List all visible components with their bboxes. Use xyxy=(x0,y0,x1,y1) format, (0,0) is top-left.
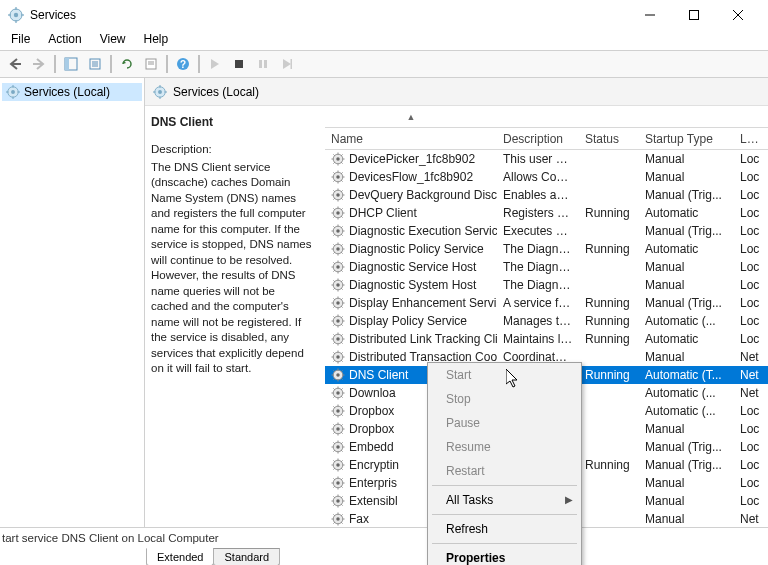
separator xyxy=(432,543,577,544)
toolbar: ? xyxy=(0,50,768,78)
service-logon: Loc xyxy=(734,296,766,310)
service-logon: Net xyxy=(734,350,766,364)
service-startup-type: Manual (Trig... xyxy=(639,296,734,310)
gear-icon xyxy=(331,422,345,436)
properties-button[interactable] xyxy=(140,53,162,75)
col-status[interactable]: Status xyxy=(579,132,639,146)
pause-service-button[interactable] xyxy=(252,53,274,75)
table-row[interactable]: DevicesFlow_1fc8b902Allows Con...ManualL… xyxy=(325,168,768,186)
service-name: Embedd xyxy=(349,440,394,454)
table-row[interactable]: Diagnostic Service HostThe Diagno...Manu… xyxy=(325,258,768,276)
show-hide-tree-button[interactable] xyxy=(60,53,82,75)
table-row[interactable]: Display Enhancement ServiceA service fo.… xyxy=(325,294,768,312)
tree-root-item[interactable]: Services (Local) xyxy=(2,83,142,101)
gear-icon xyxy=(331,224,345,238)
gear-icon xyxy=(331,296,345,310)
gear-icon xyxy=(331,188,345,202)
context-all-tasks[interactable]: All Tasks▶ xyxy=(428,488,581,512)
view-tabs: Extended Standard xyxy=(146,548,279,565)
service-logon: Loc xyxy=(734,440,766,454)
table-row[interactable]: Distributed Link Tracking Cli...Maintain… xyxy=(325,330,768,348)
context-resume[interactable]: Resume xyxy=(428,435,581,459)
restart-service-button[interactable] xyxy=(276,53,298,75)
table-row[interactable]: Diagnostic Policy ServiceThe Diagno...Ru… xyxy=(325,240,768,258)
separator xyxy=(54,55,56,73)
service-logon: Loc xyxy=(734,458,766,472)
service-description: Maintains li... xyxy=(497,332,579,346)
service-logon: Net xyxy=(734,512,766,526)
col-logon[interactable]: Log xyxy=(734,132,766,146)
context-start[interactable]: Start xyxy=(428,363,581,387)
col-description[interactable]: Description xyxy=(497,132,579,146)
col-startup-type[interactable]: Startup Type xyxy=(639,132,734,146)
start-service-button[interactable] xyxy=(204,53,226,75)
table-row[interactable]: Display Policy ServiceManages th...Runni… xyxy=(325,312,768,330)
close-button[interactable] xyxy=(716,1,760,29)
menu-view[interactable]: View xyxy=(91,30,135,50)
service-startup-type: Manual (Trig... xyxy=(639,458,734,472)
table-row[interactable]: DevicePicker_1fc8b902This user ser...Man… xyxy=(325,150,768,168)
context-pause[interactable]: Pause xyxy=(428,411,581,435)
list-columns: Name Description Status Startup Type Log xyxy=(325,128,768,150)
service-description: Enables app... xyxy=(497,188,579,202)
service-description: The Diagno... xyxy=(497,260,579,274)
service-logon: Loc xyxy=(734,224,766,238)
back-button[interactable] xyxy=(4,53,26,75)
menu-action[interactable]: Action xyxy=(39,30,90,50)
description-label: Description: xyxy=(151,142,315,158)
service-name: Diagnostic System Host xyxy=(349,278,476,292)
service-logon: Loc xyxy=(734,476,766,490)
minimize-button[interactable] xyxy=(628,1,672,29)
list-header: ▲ xyxy=(325,106,768,128)
table-row[interactable]: Diagnostic System HostThe Diagno...Manua… xyxy=(325,276,768,294)
menu-help[interactable]: Help xyxy=(135,30,178,50)
service-startup-type: Manual (Trig... xyxy=(639,188,734,202)
service-startup-type: Manual xyxy=(639,350,734,364)
svg-rect-34 xyxy=(259,60,262,68)
context-properties[interactable]: Properties xyxy=(428,546,581,565)
svg-rect-36 xyxy=(291,59,293,69)
table-row[interactable]: DHCP ClientRegisters an...RunningAutomat… xyxy=(325,204,768,222)
stop-service-button[interactable] xyxy=(228,53,250,75)
service-description: Executes di... xyxy=(497,224,579,238)
tab-extended[interactable]: Extended xyxy=(146,548,214,565)
context-refresh[interactable]: Refresh xyxy=(428,517,581,541)
gear-icon xyxy=(331,332,345,346)
service-name: DHCP Client xyxy=(349,206,417,220)
service-logon: Loc xyxy=(734,152,766,166)
service-name: Display Policy Service xyxy=(349,314,467,328)
service-startup-type: Automatic (T... xyxy=(639,368,734,382)
separator xyxy=(110,55,112,73)
svg-rect-23 xyxy=(65,58,69,70)
gear-icon xyxy=(331,206,345,220)
service-logon: Loc xyxy=(734,404,766,418)
refresh-button[interactable] xyxy=(116,53,138,75)
separator xyxy=(198,55,200,73)
service-logon: Net xyxy=(734,368,766,382)
service-name: DevQuery Background Disc... xyxy=(349,188,497,202)
gear-icon xyxy=(331,368,345,382)
forward-button[interactable] xyxy=(28,53,50,75)
services-icon xyxy=(6,85,20,99)
service-startup-type: Automatic xyxy=(639,206,734,220)
main-area: Services (Local) Services (Local) DNS Cl… xyxy=(0,78,768,528)
service-description: Registers an... xyxy=(497,206,579,220)
export-list-button[interactable] xyxy=(84,53,106,75)
service-name: Extensibl xyxy=(349,494,398,508)
col-name[interactable]: Name xyxy=(325,132,497,146)
tab-standard[interactable]: Standard xyxy=(213,548,280,565)
service-name: DevicesFlow_1fc8b902 xyxy=(349,170,473,184)
context-stop[interactable]: Stop xyxy=(428,387,581,411)
maximize-button[interactable] xyxy=(672,1,716,29)
window-title: Services xyxy=(30,8,628,22)
menu-file[interactable]: File xyxy=(2,30,39,50)
service-description: The Diagno... xyxy=(497,242,579,256)
gear-icon xyxy=(331,278,345,292)
context-restart[interactable]: Restart xyxy=(428,459,581,483)
gear-icon xyxy=(331,242,345,256)
table-row[interactable]: Diagnostic Execution ServiceExecutes di.… xyxy=(325,222,768,240)
service-status: Running xyxy=(579,296,639,310)
table-row[interactable]: DevQuery Background Disc...Enables app..… xyxy=(325,186,768,204)
gear-icon xyxy=(331,314,345,328)
help-button[interactable]: ? xyxy=(172,53,194,75)
